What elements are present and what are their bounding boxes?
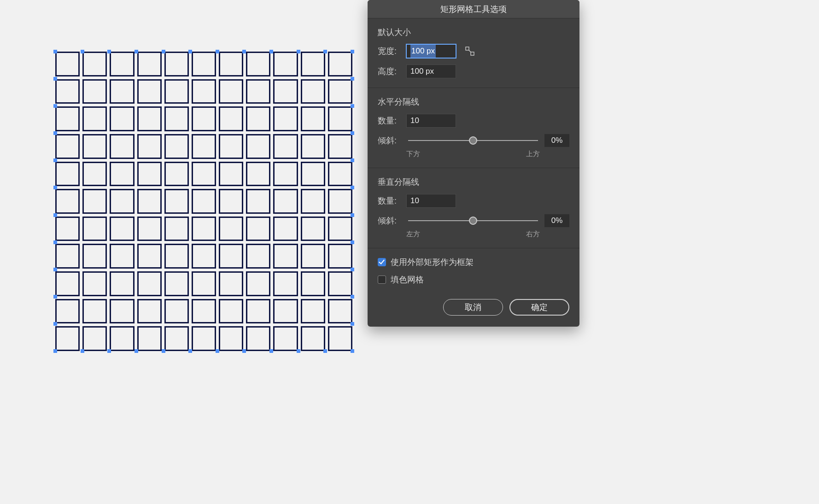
checkbox-fill-grid[interactable]: 填色网格 xyxy=(378,274,569,285)
selection-handle[interactable] xyxy=(351,77,354,81)
grid-cell xyxy=(137,326,162,351)
selection-handle[interactable] xyxy=(242,349,246,353)
grid-cell xyxy=(82,189,107,214)
height-input[interactable]: 100 px xyxy=(406,64,456,78)
grid-cell xyxy=(301,134,325,159)
selection-handle[interactable] xyxy=(351,322,354,326)
selection-handle[interactable] xyxy=(269,349,273,353)
grid-cell xyxy=(192,326,216,351)
selection-handle[interactable] xyxy=(269,50,273,53)
selection-handle[interactable] xyxy=(53,186,57,189)
h-count-input[interactable]: 10 xyxy=(406,114,456,128)
selection-handle[interactable] xyxy=(351,349,354,353)
grid-cell xyxy=(192,217,216,241)
selection-handle[interactable] xyxy=(107,349,111,353)
selection-handle[interactable] xyxy=(351,268,354,271)
grid-cell xyxy=(55,271,80,296)
h-skew-slider-thumb[interactable] xyxy=(469,136,477,145)
selection-handle[interactable] xyxy=(53,322,57,326)
checkbox-use-outer-rect[interactable]: 使用外部矩形作为框架 xyxy=(378,257,569,268)
section-title-default-size: 默认大小 xyxy=(378,27,569,38)
width-input[interactable]: 100 px xyxy=(406,44,456,58)
grid-cell xyxy=(246,189,270,214)
selection-handle[interactable] xyxy=(351,186,354,189)
selection-handle[interactable] xyxy=(351,50,354,53)
selection-handle[interactable] xyxy=(351,295,354,299)
selection-handle[interactable] xyxy=(81,349,84,353)
v-count-input[interactable]: 10 xyxy=(406,194,456,208)
v-skew-value[interactable]: 0% xyxy=(544,214,569,227)
grid-cell xyxy=(328,52,352,76)
grid-cell xyxy=(273,162,298,187)
grid-cell xyxy=(328,134,352,159)
grid-cell xyxy=(82,271,107,296)
selection-handle[interactable] xyxy=(53,104,57,108)
selection-handle[interactable] xyxy=(53,77,57,81)
grid-cell xyxy=(110,52,134,76)
grid-cell xyxy=(55,217,80,241)
grid-cell xyxy=(273,244,298,269)
grid-cell xyxy=(55,326,80,351)
grid-cell xyxy=(328,106,352,131)
selection-handle[interactable] xyxy=(351,240,354,244)
selection-handle[interactable] xyxy=(53,240,57,244)
selection-handle[interactable] xyxy=(53,268,57,271)
grid-cell xyxy=(301,106,325,131)
selection-handle[interactable] xyxy=(135,50,138,53)
grid-cell xyxy=(246,52,270,76)
constrain-proportions-icon[interactable] xyxy=(463,45,476,58)
grid-cell xyxy=(110,79,134,104)
selection-handle[interactable] xyxy=(297,349,300,353)
grid-cell xyxy=(137,271,162,296)
checkbox-use-outer-rect-box[interactable] xyxy=(378,258,386,266)
selection-handle[interactable] xyxy=(135,349,138,353)
ok-button[interactable]: 确定 xyxy=(509,299,569,316)
grid-cell xyxy=(55,134,80,159)
selection-handle[interactable] xyxy=(351,213,354,217)
v-skew-slider[interactable] xyxy=(408,220,538,221)
grid-cell xyxy=(301,162,325,187)
selection-handle[interactable] xyxy=(188,50,192,53)
grid-cell xyxy=(219,189,243,214)
selection-handle[interactable] xyxy=(81,50,84,53)
selection-handle[interactable] xyxy=(188,349,192,353)
selection-handle[interactable] xyxy=(323,50,327,53)
selection-handle[interactable] xyxy=(323,349,327,353)
selection-handle[interactable] xyxy=(53,50,57,53)
cancel-button[interactable]: 取消 xyxy=(443,299,503,316)
selection-handle[interactable] xyxy=(107,50,111,53)
h-skew-slider[interactable] xyxy=(408,140,538,141)
checkbox-fill-grid-box[interactable] xyxy=(378,275,386,284)
selection-handle[interactable] xyxy=(351,104,354,108)
grid-cell xyxy=(192,244,216,269)
grid-cell xyxy=(328,299,352,324)
grid-cell xyxy=(328,217,352,241)
grid-cell xyxy=(110,134,134,159)
grid-cell xyxy=(55,106,80,131)
h-skew-value[interactable]: 0% xyxy=(544,134,569,147)
grid-cell xyxy=(164,217,189,241)
grid-cell xyxy=(164,52,189,76)
selection-handle[interactable] xyxy=(53,213,57,217)
checkbox-fill-grid-label: 填色网格 xyxy=(391,274,424,285)
grid-cell xyxy=(55,52,80,76)
selection-handle[interactable] xyxy=(216,50,219,53)
grid-cell xyxy=(164,244,189,269)
grid-preview xyxy=(55,52,352,351)
selection-handle[interactable] xyxy=(351,131,354,135)
selection-handle[interactable] xyxy=(351,158,354,162)
selection-handle[interactable] xyxy=(242,50,246,53)
selection-handle[interactable] xyxy=(162,349,165,353)
selection-handle[interactable] xyxy=(53,349,57,353)
checkbox-use-outer-rect-label: 使用外部矩形作为框架 xyxy=(391,257,474,268)
selection-handle[interactable] xyxy=(53,158,57,162)
selection-handle[interactable] xyxy=(297,50,300,53)
v-skew-slider-thumb[interactable] xyxy=(469,217,477,225)
selection-handle[interactable] xyxy=(53,131,57,135)
grid-cell xyxy=(82,134,107,159)
grid-cell xyxy=(192,162,216,187)
selection-handle[interactable] xyxy=(53,295,57,299)
selection-handle[interactable] xyxy=(162,50,165,53)
selection-handle[interactable] xyxy=(216,349,219,353)
grid-cell xyxy=(273,326,298,351)
